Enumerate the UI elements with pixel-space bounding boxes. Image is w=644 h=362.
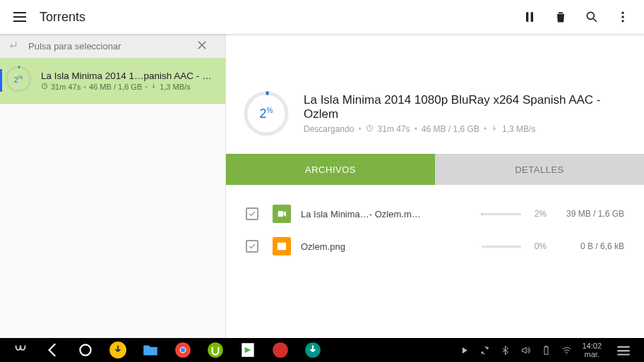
detail-size: 46 MB / 1,6 GB [422,124,479,134]
file-checkbox[interactable] [246,240,258,253]
svg-point-21 [566,353,567,354]
system-tray[interactable] [459,345,572,356]
bluetooth-icon [500,345,511,356]
select-hint-icon [8,40,28,53]
file-size: 39 MB / 1,6 GB [547,209,624,219]
detail-progress-ring: 2% [243,90,290,137]
clock[interactable]: 14:02 mar. [582,342,602,358]
wifi-icon [561,345,572,356]
svg-point-10 [80,344,90,355]
volume-icon [520,345,531,356]
home-icon[interactable] [76,341,95,359]
tab-details[interactable]: DETALLES [435,154,644,185]
downloads-app-icon[interactable] [109,341,127,359]
svg-point-14 [181,348,186,353]
file-row: La Isla Minima…- Ozlem.mp4 2% 39 MB / 1,… [246,198,624,230]
video-file-icon [273,205,291,223]
menu-icon[interactable] [11,8,28,25]
clock-day: mar. [582,350,602,358]
search-icon[interactable] [585,10,599,24]
detail-status: Descargando [304,124,354,134]
file-progress-bar [482,246,521,248]
detail-eta: 31m 47s [378,124,410,134]
torrent-name: La Isla Minima 2014 1…panish AAC - Ozlem [41,71,217,81]
svg-rect-20 [546,346,548,346]
file-percent: 2% [528,209,547,219]
detail-stats: Descargando • 31m 47s • 46 MB / 1,6 GB •… [304,124,627,134]
progress-ring: 2% [4,65,32,93]
file-progress-bar [482,213,521,215]
clock-icon [41,83,48,91]
detail-tabs: ARCHIVOS DETALLES [226,154,644,185]
file-name: Ozlem.png [301,241,421,252]
detail-name: La Isla Minima 2014 1080p BluRay x264 Sp… [304,93,627,121]
app-icon[interactable] [304,341,322,359]
close-selection-button[interactable] [196,39,217,54]
app-icon[interactable] [271,341,290,359]
torrent-item[interactable]: 2% La Isla Minima 2014 1…panish AAC - Oz… [0,58,225,104]
torrent-list-pane: Pulsa para seleccionar 2% La Isla Minima… [0,34,226,338]
notifications-icon[interactable] [614,341,633,359]
file-percent: 0% [528,241,547,251]
selection-bar: Pulsa para seleccionar [0,34,225,58]
system-taskbar: 14:02 mar. [0,338,644,362]
app-title: Torrents [40,10,523,25]
overflow-icon[interactable] [616,10,630,24]
file-list: La Isla Minima…- Ozlem.mp4 2% 39 MB / 1,… [226,185,644,275]
svg-point-0 [587,12,594,19]
clock-icon [366,124,374,134]
chrome-app-icon[interactable] [174,341,192,359]
torrent-size: 46 MB / 1,6 GB [89,83,142,91]
file-checkbox[interactable] [246,207,258,220]
delete-icon[interactable] [554,10,568,24]
download-icon [491,124,498,134]
battery-icon [541,345,551,356]
file-size: 0 B / 6,6 kB [547,241,624,251]
tab-files[interactable]: ARCHIVOS [226,154,435,185]
svg-point-1 [621,12,624,14]
utorrent-app-icon[interactable] [206,341,225,359]
svg-point-4 [6,67,30,91]
play-store-icon[interactable] [239,341,257,359]
file-name: La Isla Minima…- Ozlem.mp4 [301,209,421,219]
torrent-eta: 31m 47s [51,83,80,91]
torrent-speed: 1,3 MB/s [160,83,190,91]
sync-icon [479,345,490,356]
svg-point-3 [621,20,624,22]
svg-point-15 [208,342,223,358]
back-icon[interactable] [44,341,62,359]
download-icon [150,83,157,91]
pause-icon[interactable] [523,10,537,24]
svg-point-2 [621,16,624,18]
play-icon [459,345,470,356]
svg-point-7 [246,93,287,134]
app-logo-icon[interactable] [11,341,30,359]
clock-time: 14:02 [582,342,602,350]
files-app-icon[interactable] [141,341,160,359]
app-bar: Torrents [0,0,644,34]
file-row: Ozlem.png 0% 0 B / 6,6 kB [246,230,624,263]
selection-hint: Pulsa para seleccionar [28,41,121,52]
detail-pane: 2% La Isla Minima 2014 1080p BluRay x264… [226,34,644,338]
appbar-actions [523,10,630,24]
svg-rect-19 [544,346,548,354]
image-file-icon [273,237,291,255]
svg-point-17 [273,342,288,358]
detail-speed: 1,3 MB/s [502,124,535,134]
torrent-stats: 31m 47s • 46 MB / 1,6 GB • 1,3 MB/s [41,83,217,91]
